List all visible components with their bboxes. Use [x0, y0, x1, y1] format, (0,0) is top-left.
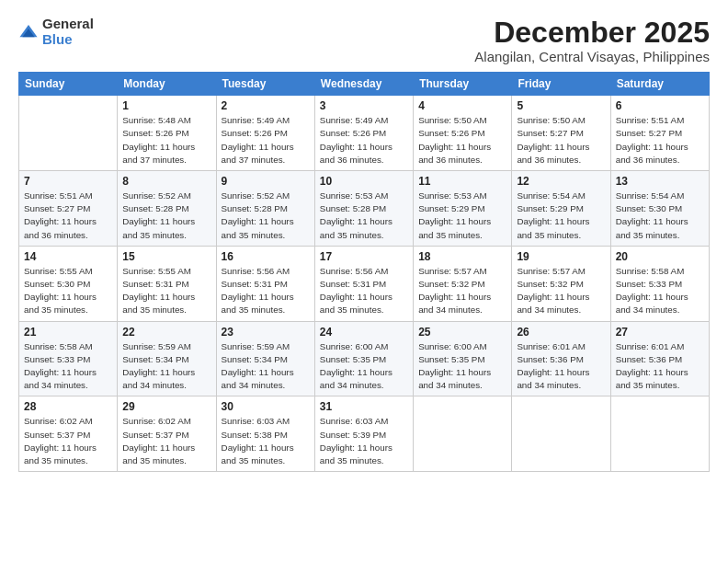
day-number: 26: [517, 326, 605, 339]
logo-blue: Blue: [42, 32, 94, 48]
logo-general: General: [42, 17, 94, 32]
title-block: December 2025 Alangilan, Central Visayas…: [474, 17, 710, 64]
calendar-cell: 7Sunrise: 5:51 AMSunset: 5:27 PMDaylight…: [19, 171, 118, 247]
day-info: Sunrise: 5:56 AMSunset: 5:31 PMDaylight:…: [320, 265, 408, 317]
day-number: 17: [320, 250, 408, 263]
day-info: Sunrise: 5:48 AMSunset: 5:26 PMDaylight:…: [122, 114, 210, 167]
calendar-cell: 20Sunrise: 5:58 AMSunset: 5:33 PMDayligh…: [610, 246, 709, 321]
page: General Blue December 2025 Alangilan, Ce…: [0, 0, 728, 563]
weekday-header-wednesday: Wednesday: [314, 73, 413, 96]
calendar-cell: 28Sunrise: 6:02 AMSunset: 5:37 PMDayligh…: [19, 396, 118, 472]
calendar-cell: 23Sunrise: 5:59 AMSunset: 5:34 PMDayligh…: [216, 321, 314, 396]
calendar-subtitle: Alangilan, Central Visayas, Philippines: [474, 49, 710, 64]
calendar-cell: 26Sunrise: 6:01 AMSunset: 5:36 PMDayligh…: [512, 321, 610, 396]
calendar-cell: 12Sunrise: 5:54 AMSunset: 5:29 PMDayligh…: [512, 171, 610, 247]
weekday-header-saturday: Saturday: [610, 73, 709, 96]
logo: General Blue: [18, 17, 94, 47]
weekday-header-monday: Monday: [118, 73, 216, 96]
calendar-week-1: 1Sunrise: 5:48 AMSunset: 5:26 PMDaylight…: [19, 96, 710, 171]
day-number: 20: [616, 250, 704, 263]
day-number: 21: [24, 326, 112, 339]
day-number: 15: [122, 250, 210, 263]
day-number: 18: [418, 250, 506, 263]
day-info: Sunrise: 5:55 AMSunset: 5:30 PMDaylight:…: [24, 265, 112, 317]
day-info: Sunrise: 5:49 AMSunset: 5:26 PMDaylight:…: [320, 114, 408, 167]
day-info: Sunrise: 5:54 AMSunset: 5:30 PMDaylight:…: [616, 190, 704, 242]
header: General Blue December 2025 Alangilan, Ce…: [18, 17, 710, 64]
calendar-cell: 29Sunrise: 6:02 AMSunset: 5:37 PMDayligh…: [118, 396, 216, 472]
day-number: 19: [517, 250, 605, 263]
day-info: Sunrise: 5:54 AMSunset: 5:29 PMDaylight:…: [517, 190, 605, 242]
day-number: 23: [222, 326, 310, 339]
calendar-cell: 3Sunrise: 5:49 AMSunset: 5:26 PMDaylight…: [314, 96, 413, 171]
calendar-cell: 24Sunrise: 6:00 AMSunset: 5:35 PMDayligh…: [314, 321, 413, 396]
calendar-cell: 30Sunrise: 6:03 AMSunset: 5:38 PMDayligh…: [216, 396, 314, 472]
calendar-cell: [610, 396, 709, 472]
day-info: Sunrise: 6:02 AMSunset: 5:37 PMDaylight:…: [122, 415, 210, 467]
day-info: Sunrise: 5:52 AMSunset: 5:28 PMDaylight:…: [122, 190, 210, 242]
calendar-cell: 19Sunrise: 5:57 AMSunset: 5:32 PMDayligh…: [512, 246, 610, 321]
calendar-cell: 25Sunrise: 6:00 AMSunset: 5:35 PMDayligh…: [414, 321, 512, 396]
day-number: 5: [517, 99, 605, 112]
day-number: 12: [517, 175, 605, 188]
day-number: 13: [616, 175, 704, 188]
day-number: 22: [122, 326, 210, 339]
day-info: Sunrise: 5:59 AMSunset: 5:34 PMDaylight:…: [122, 340, 210, 393]
day-info: Sunrise: 5:59 AMSunset: 5:34 PMDaylight:…: [222, 340, 310, 393]
weekday-header-friday: Friday: [512, 73, 610, 96]
day-info: Sunrise: 5:49 AMSunset: 5:26 PMDaylight:…: [222, 114, 310, 167]
day-info: Sunrise: 6:03 AMSunset: 5:38 PMDaylight:…: [222, 415, 310, 467]
day-number: 14: [24, 250, 112, 263]
day-number: 28: [24, 400, 112, 413]
day-number: 6: [616, 99, 704, 112]
day-info: Sunrise: 5:52 AMSunset: 5:28 PMDaylight:…: [222, 190, 310, 242]
day-number: 9: [222, 175, 310, 188]
calendar-cell: 10Sunrise: 5:53 AMSunset: 5:28 PMDayligh…: [314, 171, 413, 247]
calendar-cell: 8Sunrise: 5:52 AMSunset: 5:28 PMDaylight…: [118, 171, 216, 247]
calendar-cell: 16Sunrise: 5:56 AMSunset: 5:31 PMDayligh…: [216, 246, 314, 321]
day-number: 4: [418, 99, 506, 112]
calendar-cell: [414, 396, 512, 472]
calendar-cell: 6Sunrise: 5:51 AMSunset: 5:27 PMDaylight…: [610, 96, 709, 171]
day-info: Sunrise: 6:02 AMSunset: 5:37 PMDaylight:…: [24, 415, 112, 467]
day-info: Sunrise: 6:03 AMSunset: 5:39 PMDaylight:…: [320, 415, 408, 467]
day-number: 31: [320, 400, 408, 413]
day-number: 25: [418, 326, 506, 339]
calendar-title: December 2025: [474, 17, 710, 49]
day-number: 30: [222, 400, 310, 413]
calendar-cell: 17Sunrise: 5:56 AMSunset: 5:31 PMDayligh…: [314, 246, 413, 321]
weekday-header-sunday: Sunday: [19, 73, 118, 96]
day-number: 27: [616, 326, 704, 339]
calendar-week-5: 28Sunrise: 6:02 AMSunset: 5:37 PMDayligh…: [19, 396, 710, 472]
weekday-header-tuesday: Tuesday: [216, 73, 314, 96]
day-info: Sunrise: 6:00 AMSunset: 5:35 PMDaylight:…: [320, 340, 408, 393]
day-info: Sunrise: 5:53 AMSunset: 5:28 PMDaylight:…: [320, 190, 408, 242]
day-number: 11: [418, 175, 506, 188]
day-info: Sunrise: 5:51 AMSunset: 5:27 PMDaylight:…: [24, 190, 112, 242]
day-info: Sunrise: 6:00 AMSunset: 5:35 PMDaylight:…: [418, 340, 506, 393]
day-number: 24: [320, 326, 408, 339]
logo-icon: [18, 22, 39, 42]
calendar-cell: 31Sunrise: 6:03 AMSunset: 5:39 PMDayligh…: [314, 396, 413, 472]
day-info: Sunrise: 5:50 AMSunset: 5:27 PMDaylight:…: [517, 114, 605, 167]
calendar-cell: 1Sunrise: 5:48 AMSunset: 5:26 PMDaylight…: [118, 96, 216, 171]
day-info: Sunrise: 5:51 AMSunset: 5:27 PMDaylight:…: [616, 114, 704, 167]
calendar-cell: 15Sunrise: 5:55 AMSunset: 5:31 PMDayligh…: [118, 246, 216, 321]
calendar-cell: 21Sunrise: 5:58 AMSunset: 5:33 PMDayligh…: [19, 321, 118, 396]
day-info: Sunrise: 5:58 AMSunset: 5:33 PMDaylight:…: [24, 340, 112, 393]
day-info: Sunrise: 5:56 AMSunset: 5:31 PMDaylight:…: [222, 265, 310, 317]
calendar-cell: 22Sunrise: 5:59 AMSunset: 5:34 PMDayligh…: [118, 321, 216, 396]
calendar-cell: 9Sunrise: 5:52 AMSunset: 5:28 PMDaylight…: [216, 171, 314, 247]
weekday-header-thursday: Thursday: [414, 73, 512, 96]
calendar-cell: 4Sunrise: 5:50 AMSunset: 5:26 PMDaylight…: [414, 96, 512, 171]
calendar-cell: 11Sunrise: 5:53 AMSunset: 5:29 PMDayligh…: [414, 171, 512, 247]
day-info: Sunrise: 5:57 AMSunset: 5:32 PMDaylight:…: [517, 265, 605, 317]
day-info: Sunrise: 5:53 AMSunset: 5:29 PMDaylight:…: [418, 190, 506, 242]
calendar-cell: 18Sunrise: 5:57 AMSunset: 5:32 PMDayligh…: [414, 246, 512, 321]
day-number: 3: [320, 99, 408, 112]
calendar-table: SundayMondayTuesdayWednesdayThursdayFrid…: [18, 72, 710, 472]
day-number: 10: [320, 175, 408, 188]
day-number: 16: [222, 250, 310, 263]
day-number: 7: [24, 175, 112, 188]
calendar-cell: 14Sunrise: 5:55 AMSunset: 5:30 PMDayligh…: [19, 246, 118, 321]
